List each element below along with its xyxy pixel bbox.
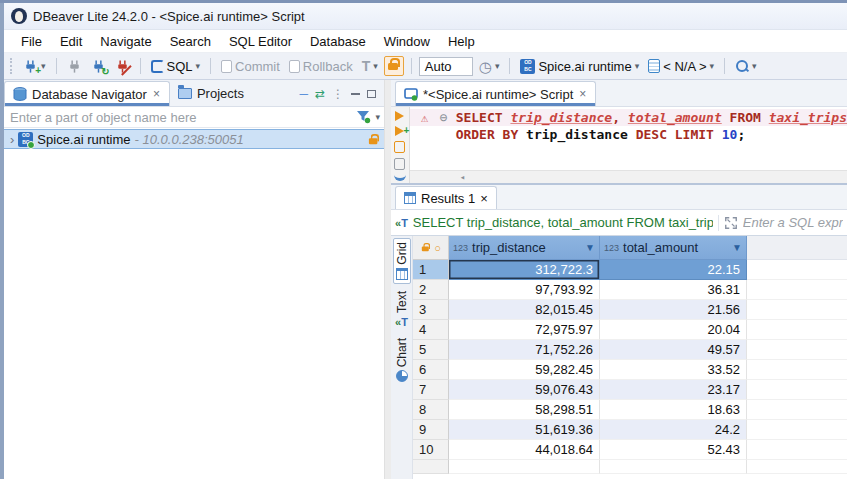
cell-total-amount[interactable]: 22.15 <box>600 260 747 280</box>
row-number[interactable]: 1 <box>413 260 449 280</box>
connect-button[interactable] <box>64 57 85 76</box>
cell-trip-distance[interactable]: 97,793.92 <box>449 280 600 300</box>
menu-help[interactable]: Help <box>439 30 484 52</box>
cell-trip-distance[interactable]: 82,015.45 <box>449 300 600 320</box>
grid-corner-cell[interactable]: ○ <box>413 236 449 260</box>
view-menu-icon[interactable]: ⋮ <box>332 88 344 100</box>
cell-trip-distance[interactable]: 44,018.64 <box>449 440 600 460</box>
sql-editor-button[interactable]: SQL ▾ <box>148 57 204 76</box>
circle-icon: ○ <box>434 242 441 254</box>
transaction-mode-button[interactable]: T ▾ <box>359 56 381 76</box>
transaction-icon: T <box>362 58 371 74</box>
active-connection-selector[interactable]: ODBC Spice.ai runtime ▾ <box>517 57 642 76</box>
tree-item-connection[interactable]: › ODBC Spice.ai runtime - 10.0.0.238:500… <box>4 129 384 149</box>
cell-trip-distance[interactable]: 58,298.51 <box>449 400 600 420</box>
cell-total-amount[interactable]: 33.52 <box>600 360 747 380</box>
row-number[interactable]: 5 <box>413 340 449 360</box>
cell-trip-distance[interactable]: 72,975.97 <box>449 320 600 340</box>
close-icon[interactable]: × <box>480 191 488 206</box>
search-button[interactable]: ▾ <box>732 57 760 75</box>
column-header-trip-distance[interactable]: 123 trip_distance ▼ <box>449 236 600 260</box>
row-number[interactable]: 10 <box>413 440 449 460</box>
navigator-tabbar: Database Navigator × Projects ─ ⇄ ⋮ <box>4 80 384 107</box>
menu-window[interactable]: Window <box>375 30 439 52</box>
active-database-selector[interactable]: < N/A > ▾ <box>645 57 717 76</box>
tab-grid[interactable]: Grid <box>393 238 411 284</box>
row-number[interactable]: 3 <box>413 300 449 320</box>
code-area[interactable]: ⚠ ⊖ SELECT trip_distance, total_amount F… <box>410 107 847 183</box>
menu-database[interactable]: Database <box>301 30 375 52</box>
connection-host: - 10.0.0.238:50051 <box>135 132 244 147</box>
commit-mode-combo[interactable]: Auto <box>419 57 473 76</box>
disconnect-button[interactable] <box>112 57 133 76</box>
rollback-icon <box>289 60 300 73</box>
filter-caret-icon[interactable]: ▼ <box>585 242 595 253</box>
chevron-down-icon: ▾ <box>710 62 715 71</box>
row-number[interactable]: 4 <box>413 320 449 340</box>
link-editor-icon[interactable]: ⇄ <box>315 88 325 100</box>
toolbar-grip <box>10 58 14 74</box>
panel-splitter[interactable] <box>384 80 391 479</box>
commit-button[interactable]: Commit <box>218 57 283 76</box>
new-connection-button[interactable]: + ▾ <box>20 57 49 76</box>
editor-hscrollbar[interactable]: ◂ <box>410 170 847 183</box>
row-number[interactable]: 7 <box>413 380 449 400</box>
fold-icon[interactable]: ⊖ <box>440 109 456 126</box>
execute-statement-button[interactable] <box>395 111 404 121</box>
result-filter-input[interactable] <box>743 215 843 230</box>
column-header-total-amount[interactable]: 123 total_amount ▼ <box>600 236 747 260</box>
cell-trip-distance[interactable]: 71,752.26 <box>449 340 600 360</box>
tab-database-navigator[interactable]: Database Navigator × <box>4 81 170 106</box>
execute-script-button[interactable] <box>394 141 405 153</box>
row-number[interactable]: 6 <box>413 360 449 380</box>
window-title: DBeaver Lite 24.2.0 - <Spice.ai runtime>… <box>33 9 305 24</box>
main-area: Database Navigator × Projects ─ ⇄ ⋮ <box>4 80 847 479</box>
filter-funnel-icon[interactable] <box>356 110 371 124</box>
cell-total-amount[interactable]: 23.17 <box>600 380 747 400</box>
minimize-view-icon[interactable] <box>351 92 360 95</box>
collapse-all-icon[interactable]: ─ <box>299 88 308 100</box>
database-file-icon <box>648 59 660 73</box>
plug-refresh-icon: ↻ <box>91 59 106 74</box>
cell-total-amount[interactable]: 36.31 <box>600 280 747 300</box>
cell-trip-distance[interactable]: 59,282.45 <box>449 360 600 380</box>
object-filter-input[interactable] <box>10 110 352 125</box>
row-number[interactable]: 8 <box>413 400 449 420</box>
menu-edit[interactable]: Edit <box>51 30 91 52</box>
cell-total-amount[interactable]: 21.56 <box>600 300 747 320</box>
close-icon[interactable]: × <box>152 87 161 101</box>
cell-total-amount[interactable]: 20.04 <box>600 320 747 340</box>
readonly-lock-button[interactable] <box>384 56 404 76</box>
cell-total-amount[interactable]: 18.63 <box>600 400 747 420</box>
transaction-log-button[interactable]: ◷ ▾ <box>476 57 503 76</box>
script-button[interactable] <box>394 158 405 170</box>
cell-total-amount[interactable]: 49.57 <box>600 340 747 360</box>
menu-search[interactable]: Search <box>161 30 220 52</box>
tab-chart[interactable]: Chart <box>394 335 410 385</box>
maximize-view-icon[interactable] <box>367 90 376 98</box>
reconnect-button[interactable]: ↻ <box>88 57 109 76</box>
tab-sql-script[interactable]: *<Spice.ai runtime> Script × <box>395 81 596 106</box>
tab-projects[interactable]: Projects <box>170 81 252 106</box>
menu-sql-editor[interactable]: SQL Editor <box>220 30 301 52</box>
cell-trip-distance[interactable]: 312,722.3 <box>449 260 600 280</box>
rollback-button[interactable]: Rollback <box>286 57 356 76</box>
explain-plan-icon[interactable] <box>394 175 406 181</box>
sql-bracket-icon <box>151 60 164 73</box>
filter-caret-icon[interactable]: ▼ <box>732 242 742 253</box>
cell-trip-distance[interactable]: 59,076.43 <box>449 380 600 400</box>
cell-trip-distance[interactable]: 51,619.36 <box>449 420 600 440</box>
menu-file[interactable]: File <box>12 30 51 52</box>
row-number[interactable]: 2 <box>413 280 449 300</box>
expand-icon[interactable] <box>724 216 738 230</box>
cell-total-amount[interactable]: 52.43 <box>600 440 747 460</box>
row-number[interactable]: 9 <box>413 420 449 440</box>
chevron-down-icon[interactable]: ▾ <box>375 113 380 122</box>
tab-results-1[interactable]: Results 1 × <box>395 186 497 209</box>
execute-new-tab-button[interactable]: + <box>395 126 404 136</box>
tab-text[interactable]: Text «T <box>394 288 410 331</box>
close-icon[interactable]: × <box>578 87 587 101</box>
cell-total-amount[interactable]: 24.2 <box>600 420 747 440</box>
expand-chevron-icon[interactable]: › <box>10 132 14 147</box>
menu-navigate[interactable]: Navigate <box>91 30 160 52</box>
